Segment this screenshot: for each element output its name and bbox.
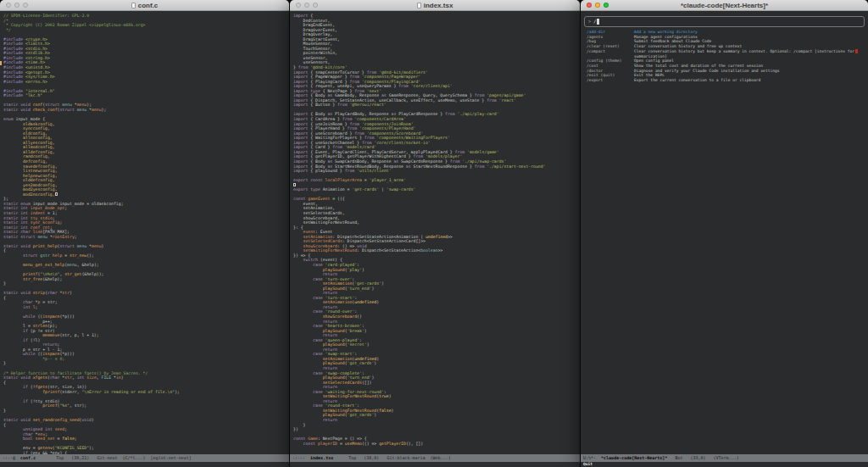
titlebar[interactable]: conf.c [0,0,289,11]
input-value: / [593,19,596,25]
text-cursor [597,19,599,25]
titlebar[interactable]: index.tsx [290,0,580,11]
modeline[interactable]: -:--@ conf.c Top (39,21) Git-next (C/*l.… [0,454,289,462]
close-button[interactable] [296,3,301,8]
traffic-lights [587,3,609,8]
minimize-button[interactable] [14,3,19,8]
close-button[interactable] [587,3,592,8]
minimize-button[interactable] [304,3,309,8]
modeline[interactable]: U:%*- *claude-code[Next-Hearts]* Bot (33… [581,454,868,462]
code-buffer-conf-c[interactable]: // SPDX-License-Identifier: GPL-2.0/* * … [0,12,289,454]
code-buffer-index-tsx[interactable]: import { DndContext, DragEndEvent, DragO… [290,12,580,454]
document-icon [131,3,136,8]
echo-text: Quit [583,462,593,466]
editor-cursor [55,192,58,197]
modeline-prefix: -:--@ [3,455,20,460]
window-title-text: index.tsx [424,2,453,9]
zoom-button[interactable] [23,3,28,8]
window-title-text: *claude-code[Next-Hearts]* [681,2,768,9]
zoom-button[interactable] [313,3,318,8]
prompt-input[interactable]: >/ [584,16,865,27]
window-title: *claude-code[Next-Hearts]* [681,2,768,9]
prompt-chevron: > [588,19,591,25]
code-line: const playerID = useMemo(() => getPlayer… [293,442,580,447]
window-claude-code-terminal: *claude-code[Next-Hearts]* >/ /add-dirAd… [581,0,868,467]
claude-code-terminal[interactable]: >/ /add-dirAdd a new working directory/a… [581,12,868,454]
modeline-prefix: U:%*- [583,455,601,460]
echo-area [0,462,289,467]
command-name: /compact [587,49,634,58]
modeline-info: Top (38,0) Git:black-maria (Web...) [333,455,450,460]
modeline-buffer-name: index.tsx [310,455,333,460]
command-item[interactable]: /exportExport the current conversation t… [587,78,868,83]
window-index-tsx: index.tsx import { DndContext, DragEndEv… [290,0,580,467]
echo-area: Quit [581,462,868,467]
command-menu: /add-dirAdd a new working directory/agen… [581,30,868,83]
command-description: Export the current conversation to a fil… [634,78,865,83]
window-conf-c: conf.c // SPDX-License-Identifier: GPL-2… [0,0,289,467]
document-icon [417,3,421,8]
modeline-info: Bot (33,0) (VTerm...) [667,455,738,460]
command-item[interactable]: /compactClear conversation history but k… [587,49,868,58]
traffic-lights [296,3,318,8]
line-overflow-indicator [855,49,858,53]
diff-change-indicator [0,61,2,66]
modeline-info: Top (39,21) Git-next (C/*l...) [eglot:ne… [36,455,192,460]
modeline[interactable]: -:--- index.tsx Top (38,0) Git:black-mar… [290,454,580,462]
modeline-buffer-name: conf.c [20,455,36,460]
traffic-lights [6,3,28,8]
command-name: /export [587,78,634,83]
zoom-button[interactable] [604,3,609,8]
titlebar[interactable]: *claude-code[Next-Hearts]* [581,0,868,11]
modeline-prefix: -:--- [292,455,310,460]
window-title: index.tsx [417,2,453,9]
window-title: conf.c [131,2,159,9]
command-description: Clear conversation history but keep a su… [634,49,865,58]
echo-area [290,462,580,467]
close-button[interactable] [6,3,11,8]
editor-cursor [293,183,296,187]
modeline-buffer-name: *claude-code[Next-Hearts]* [601,455,667,460]
minimize-button[interactable] [595,3,600,8]
window-title-text: conf.c [138,2,159,9]
